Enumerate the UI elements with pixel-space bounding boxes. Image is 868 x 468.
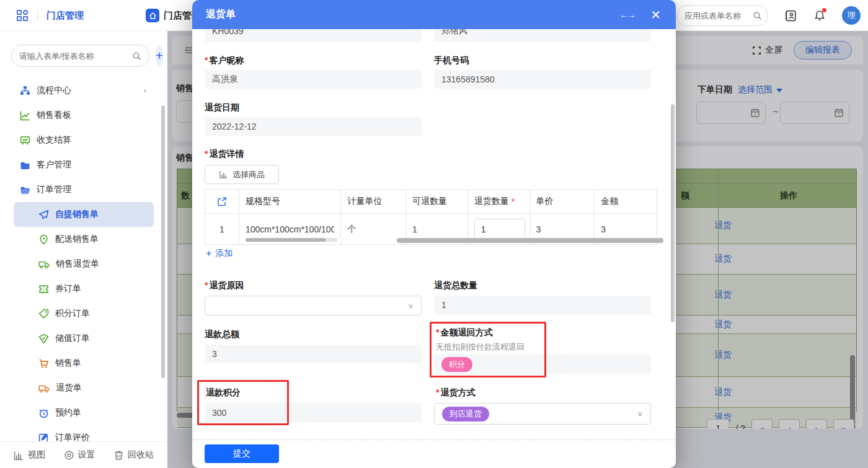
footer-divider <box>192 439 676 440</box>
modal-scrollbar[interactable] <box>671 104 675 322</box>
sidebar-item-label: 券订单 <box>55 283 81 294</box>
sidebar-footer-bars[interactable]: 视图 <box>14 449 45 461</box>
cart-icon <box>38 358 49 369</box>
plus-icon: + <box>206 248 211 259</box>
row-index: 1 <box>205 213 239 244</box>
notification-dot <box>822 8 826 12</box>
trash-icon <box>113 450 124 461</box>
return-order-modal: 退货单 ←→ ✕ KH0039 郑绪风 客户昵称 高洪泉 手机号码 131658… <box>192 0 676 468</box>
bars-icon <box>14 450 24 461</box>
return-date-label: 退货日期 <box>205 102 239 113</box>
sidebar-item[interactable]: 客户管理 <box>14 152 154 177</box>
sidebar-item[interactable]: 销售看板 <box>14 103 154 128</box>
sidebar-search-input[interactable] <box>19 51 128 61</box>
divider <box>37 10 38 21</box>
detail-table: 规格型号 计量单位 可退数量 退货数量 * 单价 金额 1 100cm*100c… <box>205 189 657 245</box>
phone-field: 13165891580 <box>434 70 651 89</box>
add-form-button[interactable]: + <box>156 45 163 66</box>
sidebar-item[interactable]: 自提销售单 <box>14 202 154 227</box>
nav-title[interactable]: 门店管理 <box>46 10 84 22</box>
apps-grid-icon[interactable] <box>16 9 29 22</box>
search-icon <box>132 51 141 61</box>
sidebar-item[interactable]: 积分订单 <box>14 301 154 326</box>
sidebar-scrollbar[interactable] <box>161 105 165 378</box>
expand-icon[interactable]: ←→ <box>619 10 634 20</box>
chevron-down-icon: ∨ <box>637 410 643 418</box>
sidebar: + 流程中心›销售看板收支结算客户管理订单管理自提销售单配送销售单销售退货单券订… <box>0 31 167 468</box>
sidebar-item[interactable]: 配送销售单 <box>14 227 154 252</box>
sidebar-item-label: 收支结算 <box>37 135 71 146</box>
sidebar-item[interactable]: 退货单 <box>14 376 154 400</box>
row-spec: 100cm*100cm*100/100 <box>239 213 342 244</box>
detail-table-header: 规格型号 计量单位 可退数量 退货数量 * 单价 金额 <box>205 190 657 213</box>
refund-total-label: 退款总额 <box>205 329 239 340</box>
global-search-input[interactable] <box>684 11 749 20</box>
sidebar-item-label: 自提销售单 <box>55 209 99 220</box>
sidebar-search[interactable] <box>11 45 149 67</box>
refund-method-label: 金额退回方式 <box>436 327 492 338</box>
total-qty-label: 退货总数量 <box>434 280 477 291</box>
ticket-icon <box>38 284 49 294</box>
return-detail-label: 退货详情 <box>205 149 244 160</box>
sidebar-footer-gear[interactable]: 设置 <box>64 449 95 461</box>
nickname-field: 高洪泉 <box>205 70 422 89</box>
sidebar-item-label: 订单管理 <box>37 184 71 195</box>
col-unit: 计量单位 <box>341 190 406 213</box>
add-row-link[interactable]: + 添加 <box>206 248 232 259</box>
org-icon <box>20 86 30 96</box>
contacts-icon[interactable] <box>784 9 797 22</box>
open-icon[interactable] <box>217 196 227 206</box>
sidebar-item[interactable]: 流程中心› <box>14 78 154 103</box>
sidebar-item-label: 预约单 <box>55 407 81 418</box>
return-way-select[interactable]: 到店退货 ∨ <box>434 403 651 425</box>
col-spec: 规格型号 <box>239 190 342 213</box>
avatar[interactable]: 理 <box>842 6 861 25</box>
home-icon <box>146 9 159 22</box>
gear-icon <box>64 450 74 461</box>
cell-scrollbar[interactable] <box>246 238 326 242</box>
col-price: 单价 <box>530 190 595 213</box>
sidebar-item[interactable]: 订单管理 <box>14 177 154 202</box>
refund-total-field: 3 <box>205 345 422 363</box>
sidebar-item-label: 客户管理 <box>37 159 71 170</box>
sidebar-footer-trash[interactable]: 回收站 <box>113 449 154 461</box>
col-return-qty: 退货数量 * <box>468 190 530 213</box>
return-date-field: 2022-12-12 <box>205 117 422 136</box>
sidebar-item[interactable]: 储值订单 <box>14 326 154 351</box>
clock-icon <box>38 408 49 418</box>
close-icon[interactable]: ✕ <box>650 9 661 21</box>
submit-button[interactable]: 提交 <box>205 444 279 463</box>
modal-header: 退货单 ←→ ✕ <box>192 0 676 29</box>
folder-icon <box>20 160 30 170</box>
refund-method-field: 积分 <box>434 355 651 374</box>
reason-label: 退货原因 <box>205 280 244 291</box>
col-amount: 金额 <box>595 190 657 213</box>
sidebar-item[interactable]: 券订单 <box>14 276 154 301</box>
sidebar-item[interactable]: 销售单 <box>14 351 154 376</box>
points-badge: 积分 <box>441 357 472 372</box>
tag-icon <box>38 309 49 319</box>
folder-open-icon <box>20 185 30 195</box>
select-product-button[interactable]: 选择商品 <box>205 165 279 184</box>
modal-title: 退货单 <box>206 8 236 21</box>
sidebar-item[interactable]: 预约单 <box>14 400 154 425</box>
sidebar-item[interactable]: 收支结算 <box>14 128 154 152</box>
chevron-right-icon: › <box>144 86 146 95</box>
return-qty-input[interactable] <box>474 219 525 240</box>
phone-label: 手机号码 <box>434 55 469 66</box>
pin-icon <box>38 234 49 245</box>
sidebar-item-label: 退货单 <box>56 382 82 394</box>
badge-icon <box>38 333 49 344</box>
detail-table-hscrollbar[interactable] <box>397 238 663 243</box>
reason-select[interactable]: ∨ <box>205 296 422 316</box>
chart-icon <box>20 110 30 121</box>
sidebar-item-label: 配送销售单 <box>55 234 99 245</box>
refund-method-help: 无抵扣则按付款流程退回 <box>436 342 525 353</box>
sidebar-item[interactable]: 销售退货单 <box>14 252 154 276</box>
nickname-label: 客户昵称 <box>205 55 244 66</box>
sidebar-item-label: 积分订单 <box>55 308 90 319</box>
search-icon <box>753 11 762 20</box>
notification-bell-icon[interactable] <box>813 9 826 22</box>
global-search[interactable] <box>676 5 768 26</box>
total-qty-field: 1 <box>434 296 651 314</box>
